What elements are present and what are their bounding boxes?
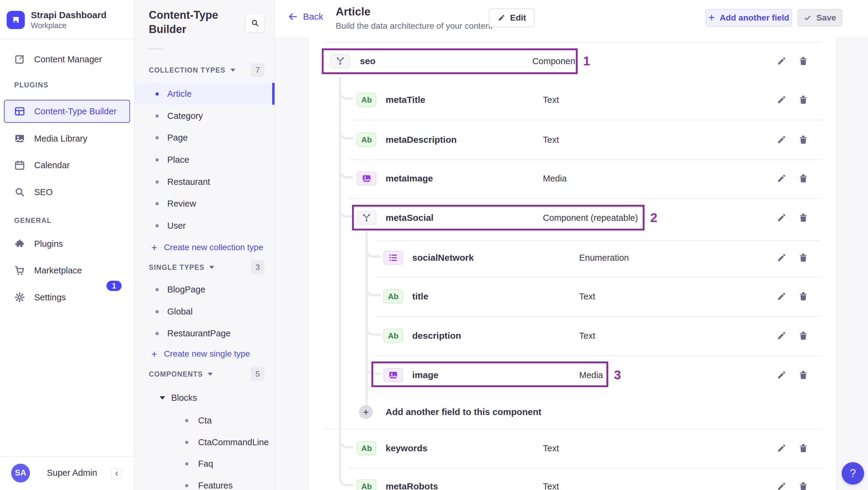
field-name: metaRobots xyxy=(385,481,438,490)
back-link[interactable]: Back xyxy=(288,11,323,22)
edit-field-button[interactable] xyxy=(775,329,788,342)
component-category-blocks[interactable]: Blocks xyxy=(160,389,197,407)
sidebar-item-content-type-builder[interactable]: Content-Type Builder xyxy=(4,100,130,123)
delete-field-button[interactable] xyxy=(797,172,810,185)
content-type-item-restaurantpage[interactable]: RestaurantPage xyxy=(134,323,275,344)
bullet-icon xyxy=(155,310,159,313)
group-header-1[interactable]: SINGLE TYPES xyxy=(149,261,214,274)
field-name: keywords xyxy=(385,443,427,453)
search-button[interactable] xyxy=(246,13,264,32)
field-type-badge: Ab xyxy=(357,480,376,490)
trash-icon xyxy=(798,173,808,184)
component-item-cta[interactable]: Cta xyxy=(134,410,275,431)
chevron-down-icon xyxy=(160,396,165,400)
content-type-item-global[interactable]: Global xyxy=(134,301,275,323)
component-icon xyxy=(362,213,371,223)
pencil-icon xyxy=(776,481,787,490)
bullet-icon xyxy=(155,114,159,118)
component-item-features[interactable]: Features xyxy=(134,475,275,490)
edit-field-button[interactable] xyxy=(775,211,788,224)
sidebar-item-calendar[interactable]: Calendar xyxy=(0,154,134,177)
sidebar-item-marketplace[interactable]: Marketplace xyxy=(0,259,134,282)
field-name: metaTitle xyxy=(385,95,425,105)
save-button[interactable]: Save xyxy=(798,9,842,27)
sidebar-item-content-manager[interactable]: Content Manager xyxy=(0,48,134,71)
delete-field-button[interactable] xyxy=(797,290,810,303)
group-header-2[interactable]: COMPONENTS xyxy=(149,367,213,381)
sidebar-item-media-library[interactable]: Media Library xyxy=(0,127,134,150)
tree-elbow xyxy=(339,470,353,486)
bullet-icon xyxy=(185,419,188,422)
delete-field-button[interactable] xyxy=(797,480,810,490)
divider xyxy=(0,456,134,457)
calendar-icon xyxy=(14,160,25,171)
delete-field-button[interactable] xyxy=(797,133,810,146)
annotation-number: 2 xyxy=(650,211,657,225)
add-another-field-button[interactable]: + Add another field xyxy=(706,9,792,27)
add-field-to-component-button[interactable]: + xyxy=(359,405,373,419)
plus-icon: + xyxy=(151,349,157,359)
strapi-logo-icon xyxy=(7,11,25,29)
gear-icon xyxy=(14,292,25,303)
tree-elbow xyxy=(339,84,353,100)
content-type-item-blogpage[interactable]: BlogPage xyxy=(134,279,275,300)
tree-line xyxy=(365,231,368,405)
edit-field-button[interactable] xyxy=(775,251,788,264)
edit-field-button[interactable] xyxy=(775,55,788,68)
edit-field-button[interactable] xyxy=(775,133,788,146)
sidebar-item-plugins[interactable]: Plugins xyxy=(0,232,134,255)
page-subtitle: Build the data architecture of your cont… xyxy=(336,21,492,31)
brand[interactable]: Strapi Dashboard Workplace xyxy=(7,10,106,30)
group-header-0[interactable]: COLLECTION TYPES xyxy=(149,63,235,77)
create-new-link[interactable]: +Create new single type xyxy=(151,345,250,363)
delete-field-button[interactable] xyxy=(797,211,810,224)
edit-field-button[interactable] xyxy=(775,290,788,303)
delete-field-button[interactable] xyxy=(797,368,810,382)
tree-elbow xyxy=(365,280,381,297)
delete-field-button[interactable] xyxy=(797,55,810,68)
content-type-item-restaurant[interactable]: Restaurant xyxy=(134,171,275,193)
main-content: Back Article Build the data architecture… xyxy=(275,0,868,490)
component-item-ctacommandline[interactable]: CtaCommandLine xyxy=(134,432,275,453)
fields-list-card: seoComponent1AbmetaTitleTextAbmetaDescri… xyxy=(309,37,836,490)
content-type-item-category[interactable]: Category xyxy=(134,105,275,127)
content-type-item-review[interactable]: Review xyxy=(134,193,275,214)
delete-field-button[interactable] xyxy=(797,251,810,264)
edit-field-button[interactable] xyxy=(775,368,788,382)
field-type: Text xyxy=(543,135,559,145)
selected-indicator xyxy=(272,83,275,105)
bullet-icon xyxy=(155,180,159,184)
edit-field-button[interactable] xyxy=(775,172,788,185)
user-menu[interactable]: SA Super Admin xyxy=(11,463,126,483)
sidebar-collapse-button[interactable] xyxy=(111,468,122,479)
row-divider xyxy=(376,356,822,356)
plus-icon: + xyxy=(708,11,715,24)
sidebar-item-seo[interactable]: SEO xyxy=(0,181,134,204)
pencil-icon xyxy=(497,14,505,22)
tree-elbow xyxy=(365,319,381,336)
content-type-item-user[interactable]: User xyxy=(134,215,275,237)
avatar: SA xyxy=(11,464,30,483)
add-field-to-component-label[interactable]: Add another field to this component xyxy=(385,407,541,417)
help-button[interactable]: ? xyxy=(842,462,864,485)
pencil-icon xyxy=(776,95,787,105)
pencil-icon xyxy=(776,252,787,263)
edit-field-button[interactable] xyxy=(775,480,788,490)
edit-field-button[interactable] xyxy=(775,441,788,455)
edit-button[interactable]: Edit xyxy=(489,8,535,27)
content-type-item-article[interactable]: Article xyxy=(134,83,275,105)
divider xyxy=(0,39,134,39)
delete-field-button[interactable] xyxy=(797,93,810,106)
delete-field-button[interactable] xyxy=(797,329,810,342)
create-new-link[interactable]: +Create new collection type xyxy=(151,238,263,256)
content-type-item-page[interactable]: Page xyxy=(134,127,275,149)
cart-icon xyxy=(14,265,25,276)
content-type-item-place[interactable]: Place xyxy=(134,149,275,171)
field-type: Media xyxy=(579,370,603,380)
panel-title: Content-Type Builder xyxy=(149,8,240,36)
component-item-faq[interactable]: Faq xyxy=(134,453,275,474)
edit-field-button[interactable] xyxy=(775,93,788,106)
row-divider xyxy=(349,198,822,199)
delete-field-button[interactable] xyxy=(797,441,810,455)
page-header: Back Article Build the data architecture… xyxy=(275,0,868,37)
